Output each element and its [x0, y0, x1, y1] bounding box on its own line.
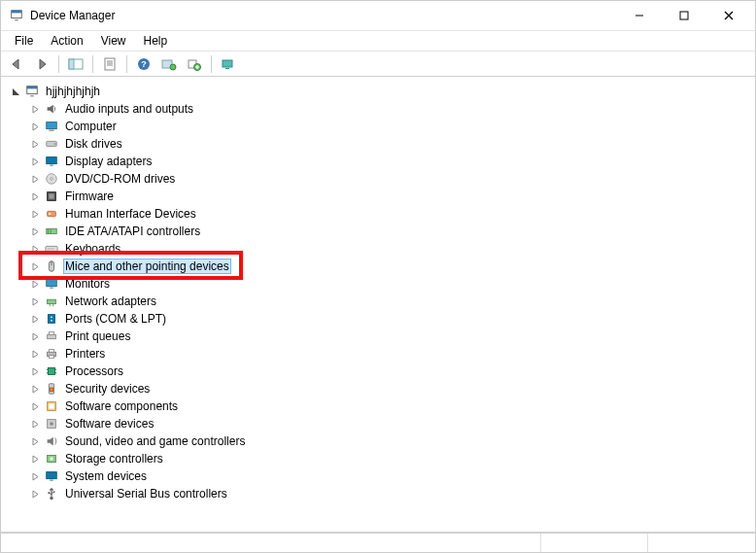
tree-category-label[interactable]: Software devices [63, 416, 155, 432]
expander-icon[interactable] [28, 487, 42, 501]
svg-rect-47 [50, 288, 53, 289]
tree-category-label[interactable]: Firmware [63, 189, 116, 204]
expander-icon[interactable] [28, 259, 42, 273]
expander-icon[interactable] [28, 329, 42, 343]
tree-category[interactable]: Security devices [9, 380, 747, 397]
expander-icon[interactable] [28, 382, 42, 396]
tree-category-label[interactable]: Print queues [63, 328, 132, 344]
toolbar-separator [211, 55, 212, 73]
expander-icon[interactable] [28, 469, 42, 483]
tree-category[interactable]: Software devices [9, 415, 747, 432]
tree-category-label[interactable]: DVD/CD-ROM drives [63, 171, 177, 187]
menu-help[interactable]: Help [136, 32, 176, 50]
tree-category[interactable]: Network adapters [9, 293, 747, 310]
expander-icon[interactable] [28, 137, 42, 151]
tree-category[interactable]: System devices [9, 467, 747, 485]
tree-category-label[interactable]: Computer [63, 119, 119, 134]
menu-file[interactable]: File [7, 32, 41, 50]
expander-icon[interactable] [9, 85, 22, 98]
maximize-button[interactable] [662, 1, 706, 30]
tree-category-label[interactable]: Security devices [63, 381, 152, 397]
expander-icon[interactable] [28, 434, 42, 448]
menu-action[interactable]: Action [43, 32, 90, 50]
tree-category-label[interactable]: Software components [63, 398, 180, 414]
tree-category-label[interactable]: Ports (COM & LPT) [63, 311, 168, 327]
expander-icon[interactable] [28, 277, 42, 291]
svg-point-27 [54, 143, 56, 145]
svg-rect-28 [47, 157, 57, 164]
tree-category-label[interactable]: Processors [63, 363, 125, 379]
tree-category-label[interactable]: Mice and other pointing devices [63, 259, 231, 274]
tree-category-label[interactable]: Printers [63, 346, 107, 362]
tree-category[interactable]: Sound, video and game controllers [9, 432, 747, 450]
expander-icon[interactable] [28, 155, 42, 168]
expander-icon[interactable] [28, 452, 42, 466]
expander-icon[interactable] [28, 364, 42, 378]
tree-category[interactable]: Processors [9, 363, 747, 380]
help-button[interactable]: ? [132, 53, 155, 75]
close-button[interactable] [706, 1, 751, 30]
expander-icon[interactable] [28, 294, 42, 308]
tree-category-label[interactable]: Keyboards [63, 241, 122, 257]
tree-category-label[interactable]: Human Interface Devices [63, 206, 198, 222]
tree-category[interactable]: Human Interface Devices [9, 205, 747, 223]
back-button[interactable] [5, 53, 28, 75]
tree-category[interactable]: Monitors [9, 275, 747, 293]
show-hide-tree-button[interactable] [64, 53, 87, 75]
scan-hardware-button[interactable] [217, 53, 240, 75]
tree-category-label[interactable]: System devices [63, 468, 149, 484]
tree-root[interactable]: hjjhjhjhjhjh [9, 83, 747, 100]
tree-category[interactable]: Mice and other pointing devices [9, 258, 747, 275]
svg-point-52 [51, 316, 52, 318]
tree-category[interactable]: Universal Serial Bus controllers [9, 485, 747, 502]
expander-icon[interactable] [28, 312, 42, 326]
tree-category[interactable]: Computer [9, 118, 747, 135]
tree-category[interactable]: Print queues [9, 328, 747, 345]
tree-category[interactable]: Storage controllers [9, 450, 747, 467]
security-icon [44, 381, 59, 397]
tree-category-label[interactable]: Network adapters [63, 294, 158, 309]
tree-category[interactable]: Keyboards [9, 240, 747, 258]
expander-icon[interactable] [28, 120, 42, 133]
expander-icon[interactable] [28, 242, 42, 256]
svg-point-41 [50, 248, 51, 249]
tree-category[interactable]: DVD/CD-ROM drives [9, 170, 747, 188]
properties-button[interactable] [98, 53, 121, 75]
tree-category-label[interactable]: Storage controllers [63, 451, 165, 467]
tree-category-label[interactable]: Universal Serial Bus controllers [63, 486, 229, 501]
device-tree[interactable]: hjjhjhjhjhjh Audio inputs and outputsCom… [9, 83, 747, 502]
expander-icon[interactable] [28, 417, 42, 431]
svg-text:?: ? [141, 59, 147, 69]
tree-category[interactable]: Disk drives [9, 135, 747, 153]
expander-icon[interactable] [28, 172, 42, 186]
expander-icon[interactable] [28, 102, 42, 116]
tree-category[interactable]: Ports (COM & LPT) [9, 310, 747, 328]
uninstall-device-button[interactable] [183, 53, 206, 75]
tree-category[interactable]: Firmware [9, 188, 747, 205]
expander-icon[interactable] [28, 207, 42, 221]
tree-category[interactable]: Audio inputs and outputs [9, 100, 747, 118]
tree-root-label[interactable]: hjjhjhjhjhjh [44, 84, 102, 99]
tree-category[interactable]: Display adapters [9, 153, 747, 170]
expander-icon[interactable] [28, 225, 42, 238]
tree-category[interactable]: IDE ATA/ATAPI controllers [9, 223, 747, 240]
menu-view[interactable]: View [93, 32, 134, 50]
update-driver-button[interactable] [157, 53, 181, 75]
swdev-icon [44, 416, 59, 432]
svg-point-31 [51, 178, 53, 181]
tree-category-label[interactable]: Audio inputs and outputs [63, 101, 195, 117]
tree-category-label[interactable]: Sound, video and game controllers [63, 433, 247, 449]
minimize-button[interactable] [617, 1, 662, 30]
svg-point-74 [50, 497, 53, 501]
expander-icon[interactable] [28, 190, 42, 203]
tree-category[interactable]: Software components [9, 397, 747, 415]
expander-icon[interactable] [28, 399, 42, 413]
tree-category-label[interactable]: IDE ATA/ATAPI controllers [63, 224, 202, 239]
expander-icon[interactable] [28, 347, 42, 361]
tree-category-label[interactable]: Disk drives [63, 136, 124, 152]
svg-rect-23 [30, 95, 34, 96]
tree-category-label[interactable]: Display adapters [63, 154, 154, 169]
tree-category-label[interactable]: Monitors [63, 276, 112, 292]
forward-button[interactable] [30, 53, 53, 75]
tree-category[interactable]: Printers [9, 345, 747, 363]
